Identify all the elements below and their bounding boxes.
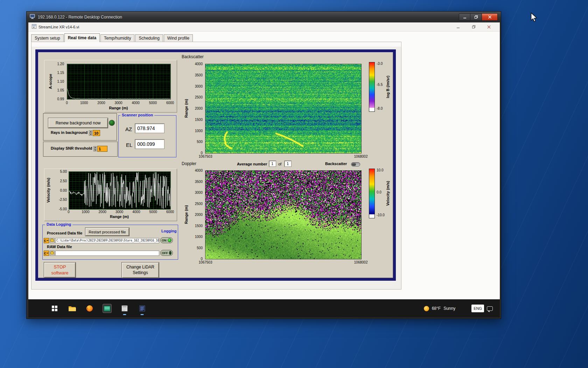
- start-icon[interactable]: [50, 304, 59, 313]
- ascope-yticks: 1.201.151.101.050.99: [52, 64, 65, 99]
- app-minimize-button[interactable]: [456, 25, 461, 29]
- weather-temp[interactable]: 68°F: [432, 306, 441, 311]
- raw-path-field[interactable]: [55, 251, 159, 256]
- tick-label: -10.0: [377, 213, 385, 217]
- logging-off-toggle[interactable]: OFF: [160, 250, 173, 256]
- backscatter-yticks: 40003500300025002000150010005000: [191, 64, 203, 153]
- backscatter-time-start: 1067503: [195, 155, 216, 158]
- snr-spinner[interactable]: [93, 146, 97, 152]
- el-value: 000.099: [135, 139, 164, 149]
- doppler-title: Doppler: [182, 161, 196, 166]
- tick-label: 1.20: [57, 62, 64, 66]
- average-total-value[interactable]: 1: [285, 161, 291, 166]
- processed-path-field[interactable]: C:\Lidar\Data\Proc\2023\202309\20230916\…: [55, 238, 159, 243]
- tick-label: 0: [66, 101, 68, 105]
- change-lidar-settings-button[interactable]: Change LiDARSettings: [122, 263, 159, 278]
- velocity-canvas: [69, 171, 171, 210]
- app-close-button[interactable]: [486, 25, 491, 29]
- rays-in-background-label: Rays in background: [51, 130, 88, 135]
- on-led: [168, 238, 172, 242]
- ascope-canvas: [67, 64, 171, 100]
- restart-processed-file-button[interactable]: Restart processed file: [85, 228, 129, 236]
- rdp-restore-button[interactable]: [470, 13, 482, 21]
- ascope-x-axis-label: Range (m): [67, 106, 170, 110]
- processed-drive-chip[interactable]: C: [44, 238, 49, 243]
- file-explorer-icon[interactable]: [68, 304, 77, 313]
- scanner-position-title: Scanner position: [120, 113, 154, 117]
- rays-value[interactable]: 10: [93, 130, 100, 136]
- tick-label: 2.50: [60, 179, 67, 183]
- tick-label: -5.5: [377, 82, 383, 86]
- velocity-yticks: 5.002.500.00-2.50-5.00: [54, 171, 68, 209]
- backscatter-y-axis-label: Range (m): [184, 64, 189, 153]
- doppler-canvas: [205, 170, 362, 259]
- doppler-cbar-label: Velocity (m/s): [385, 169, 390, 218]
- raw-drive-chip[interactable]: C: [44, 251, 49, 256]
- tab-scheduling[interactable]: Scheduling: [135, 34, 163, 42]
- doppler-time-start: 1067503: [195, 260, 216, 264]
- tick-label: 1000: [195, 129, 203, 132]
- tick-label: 2000: [195, 107, 203, 110]
- tick-label: 2000: [97, 101, 105, 105]
- streamline-app-icon[interactable]: [103, 304, 112, 313]
- tab-wind-profile[interactable]: Wind profile: [164, 34, 193, 42]
- folder-icon: [50, 239, 54, 242]
- backscatter-cbar-label: log B (/m/sr): [385, 62, 390, 112]
- rdp-titlebar[interactable]: 192.168.0.122 - Remote Desktop Connectio…: [27, 12, 501, 22]
- tick-label: 1000: [195, 235, 203, 239]
- backscatter-toggle-switch[interactable]: [351, 162, 360, 166]
- tick-label: 1500: [195, 117, 203, 121]
- tick-label: 4000: [132, 210, 140, 214]
- processed-file-label: Processed Data file: [47, 231, 83, 235]
- stop-software-button[interactable]: STOPsoftware: [44, 263, 76, 278]
- tab-system-setup[interactable]: System setup: [31, 34, 64, 42]
- rdp-minimize-button[interactable]: [459, 13, 470, 21]
- tab-real-time-data[interactable]: Real time data: [64, 33, 100, 42]
- off-led: [169, 251, 172, 255]
- app-restore-button[interactable]: [471, 25, 476, 29]
- tick-label: 2000: [99, 210, 106, 214]
- average-number-value[interactable]: 1: [269, 161, 276, 166]
- tick-label: 500: [197, 246, 203, 250]
- snr-value[interactable]: 1: [97, 146, 107, 152]
- raw-file-label: RAW Data file: [47, 245, 72, 249]
- average-number-label: Average number: [237, 162, 267, 166]
- processed-browse-button[interactable]: [50, 238, 55, 243]
- doppler-yticks: 40003500300025002000150010005000: [191, 170, 203, 259]
- logging-on-toggle[interactable]: ON: [160, 237, 173, 243]
- rdp-close-button[interactable]: [482, 13, 498, 21]
- rays-spinner[interactable]: [89, 130, 92, 136]
- firefox-icon[interactable]: [85, 304, 94, 313]
- doppler-colorbar: [369, 169, 375, 218]
- tick-label: -8.0: [377, 107, 383, 110]
- app-icon: [32, 24, 36, 30]
- tick-label: 2500: [195, 202, 203, 205]
- app-window-title: StreamLine XR v14-6.vi: [38, 25, 79, 29]
- scanner-position-groupbox: [118, 115, 176, 157]
- scan-schedule-icon[interactable]: [120, 304, 129, 313]
- tab-bar: System setup Real time data Temp/humidit…: [31, 33, 194, 42]
- doppler-time-end: 1068002: [350, 260, 372, 264]
- weather-text[interactable]: Sunny: [443, 306, 455, 311]
- tick-label: 1.05: [57, 88, 64, 92]
- tick-label: -2.50: [59, 198, 67, 202]
- taskbar-icons: [28, 304, 147, 313]
- tick-label: 3000: [114, 101, 122, 105]
- velocity-x-axis-label: Range (m): [69, 214, 170, 219]
- script-window-icon[interactable]: [138, 304, 147, 313]
- tick-label: 5000: [149, 101, 157, 105]
- tab-temp-humidity[interactable]: Temp/humidity: [100, 34, 134, 42]
- backscatter-title: Backscatter: [182, 54, 204, 59]
- language-indicator[interactable]: ENG: [471, 305, 484, 312]
- rdp-window: 192.168.0.122 - Remote Desktop Connectio…: [26, 11, 501, 319]
- tick-label: 10.0: [377, 168, 383, 172]
- tick-label: 3500: [195, 179, 203, 183]
- app-titlebar[interactable]: StreamLine XR v14-6.vi: [28, 22, 500, 32]
- weather-icon[interactable]: [424, 306, 429, 311]
- chat-icon[interactable]: [487, 306, 493, 311]
- raw-browse-button[interactable]: [50, 251, 55, 256]
- rdp-window-controls: [459, 13, 498, 21]
- tick-label: 4000: [195, 169, 203, 172]
- rdp-computer-icon: [30, 14, 35, 20]
- renew-background-button[interactable]: Renew background now: [48, 118, 108, 128]
